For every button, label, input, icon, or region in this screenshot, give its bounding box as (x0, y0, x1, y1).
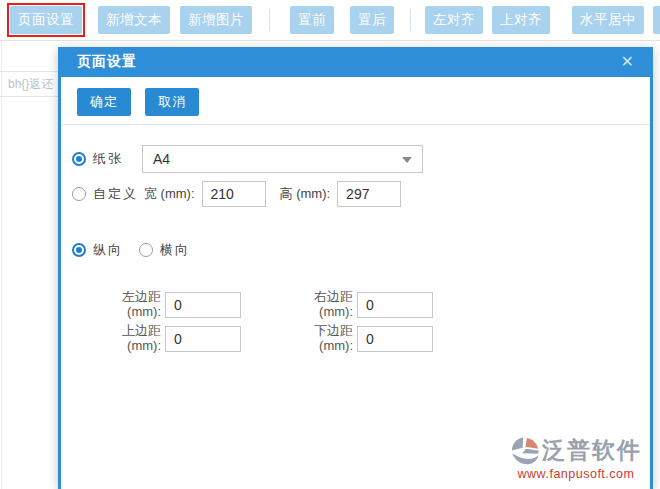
paper-radio[interactable] (72, 152, 86, 166)
margin-right-input[interactable] (357, 292, 433, 318)
paper-radio-label: 纸张 (93, 150, 123, 168)
brand-url: www.fanpusoft.com (510, 467, 642, 481)
paper-row: 纸张 A4 (72, 145, 650, 173)
margin-bottom-cell: 下边距 (mm): (303, 324, 433, 353)
toolbar-button-align-top[interactable]: 上对齐 (492, 6, 550, 34)
page-setup-form: 纸张 A4 自定义 宽 (mm): 高 (mm): 纵向 横向 (61, 125, 650, 353)
margin-unit-text: (mm): (111, 305, 161, 320)
fanpu-logo-icon (510, 436, 540, 466)
toolbar-button-send-back[interactable]: 置后 (350, 6, 394, 34)
margin-left-label: 左边距 (mm): (111, 290, 161, 319)
toolbar-divider (0, 40, 660, 41)
toolbar-button-page-setup[interactable]: 页面设置 (10, 6, 82, 34)
margin-bottom-label: 下边距 (mm): (303, 324, 353, 353)
margin-left-cell: 左边距 (mm): (111, 290, 241, 319)
close-icon[interactable]: ✕ (621, 54, 634, 70)
toolbar-button-add-image[interactable]: 新增图片 (180, 6, 252, 34)
toolbar-button-restore[interactable]: 还原 (653, 6, 660, 34)
highlight-box: 页面设置 (7, 3, 85, 37)
height-input[interactable] (337, 181, 401, 207)
brand-watermark: 泛普软件 www.fanpusoft.com (510, 435, 642, 481)
margin-right-label: 右边距 (mm): (303, 290, 353, 319)
width-input[interactable] (202, 181, 266, 207)
paper-size-dropdown[interactable]: A4 (142, 145, 423, 173)
margin-top-label: 上边距 (mm): (111, 324, 161, 353)
margin-unit-text: (mm): (303, 339, 353, 354)
margin-unit-text: (mm): (303, 305, 353, 320)
width-label: 宽 (mm): (144, 185, 195, 203)
margin-top-label-text: 上边距 (111, 324, 161, 339)
canvas-row (0, 41, 62, 72)
toolbar-button-center-horizontal[interactable]: 水平居中 (572, 6, 644, 34)
page-setup-dialog: 页面设置 ✕ 确定 取消 纸张 A4 自定义 宽 (mm): 高 (mm): (58, 47, 653, 489)
toolbar-separator (410, 9, 411, 31)
margins-grid: 左边距 (mm): 右边距 (mm): 上边距 (mm): (111, 290, 433, 353)
portrait-radio[interactable] (72, 243, 86, 257)
margin-bottom-label-text: 下边距 (303, 324, 353, 339)
height-label: 高 (mm): (280, 185, 331, 203)
custom-radio-label: 自定义 (93, 185, 138, 203)
landscape-radio[interactable] (139, 243, 153, 257)
paper-size-value: A4 (153, 151, 170, 167)
toolbar-button-bring-front[interactable]: 置前 (290, 6, 334, 34)
toolbar: 页面设置 新增文本 新增图片 置前 置后 左对齐 上对齐 水平居中 还原 (0, 0, 660, 40)
toolbar-button-add-text[interactable]: 新增文本 (98, 6, 170, 34)
chevron-down-icon (402, 157, 412, 163)
canvas-field-cell: bh{}返还 (0, 72, 62, 97)
margin-top-cell: 上边距 (mm): (111, 324, 241, 353)
toolbar-button-align-left[interactable]: 左对齐 (425, 6, 483, 34)
margin-right-cell: 右边距 (mm): (303, 290, 433, 319)
brand-name-row: 泛普软件 (510, 435, 642, 466)
portrait-label: 纵向 (93, 241, 123, 259)
dialog-title: 页面设置 (77, 53, 137, 71)
custom-size-row: 自定义 宽 (mm): 高 (mm): (72, 181, 650, 207)
ok-button[interactable]: 确定 (77, 88, 131, 116)
dialog-button-row: 确定 取消 (61, 77, 650, 125)
custom-radio[interactable] (72, 187, 86, 201)
brand-name: 泛普软件 (542, 435, 642, 466)
landscape-label: 横向 (160, 241, 190, 259)
margin-unit-text: (mm): (111, 339, 161, 354)
cancel-button[interactable]: 取消 (145, 88, 199, 116)
canvas-grid: bh{}返还 (0, 41, 62, 97)
margin-left-input[interactable] (165, 292, 241, 318)
margin-right-label-text: 右边距 (303, 290, 353, 305)
margin-bottom-input[interactable] (357, 326, 433, 352)
margin-top-input[interactable] (165, 326, 241, 352)
toolbar-separator (269, 9, 270, 31)
canvas-grid-line (1, 41, 2, 489)
dialog-titlebar: 页面设置 ✕ (61, 47, 650, 77)
orientation-row: 纵向 横向 (72, 241, 650, 259)
margin-left-label-text: 左边距 (111, 290, 161, 305)
